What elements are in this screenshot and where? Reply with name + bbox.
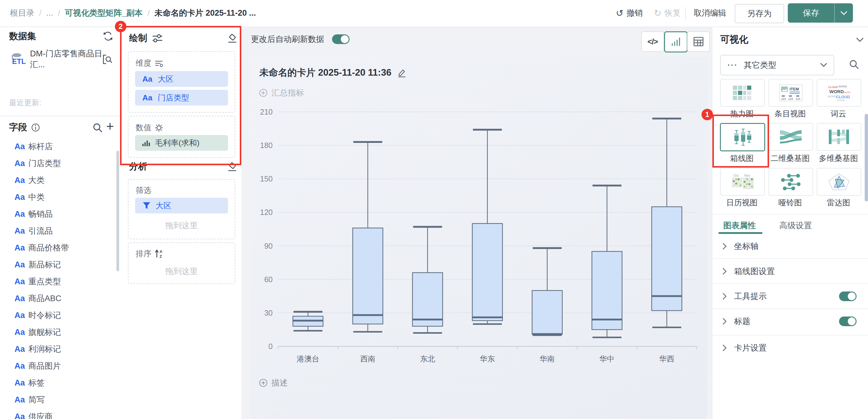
box[interactable] [412, 272, 443, 326]
field-list-item[interactable]: Aa 利润标记 [0, 341, 119, 357]
undo-button[interactable]: ↺ 撤销 [616, 7, 643, 19]
field-list-item[interactable]: Aa 旗舰标记 [0, 324, 119, 341]
section-title[interactable]: 标题 [712, 309, 868, 334]
tab-chart-properties[interactable]: 图表属性 [723, 220, 756, 231]
viz-panel-scrollbar[interactable] [865, 114, 868, 201]
cancel-edit-button[interactable]: 取消编辑 [694, 7, 726, 19]
dimension-chip[interactable]: Aa 大区 [135, 71, 228, 87]
item-view-icon: ITEM 123 123 123 [778, 84, 803, 102]
section-axes[interactable]: 坐标轴 [712, 234, 868, 259]
sidebar-scrollbar[interactable] [116, 151, 119, 271]
table-view-button[interactable] [687, 31, 710, 52]
field-list-item[interactable]: Aa 商品价格带 [0, 239, 119, 256]
box[interactable] [352, 228, 383, 324]
sort-az-icon: A Z [154, 249, 163, 259]
text-field-type-icon: Aa [14, 328, 28, 337]
breadcrumb: 根目录 / ... / 可视化类型矩阵_副本 / 未命名的卡片 2025-11-… [10, 0, 256, 26]
chart-view-button[interactable] [664, 31, 688, 53]
dimension-chip[interactable]: Aa 门店类型 [135, 90, 228, 105]
chart-type-tile-sankey-multi[interactable] [817, 123, 861, 151]
field-list-item[interactable]: Aa 简写 [0, 391, 119, 408]
text-field-type-icon: Aa [14, 294, 28, 303]
box[interactable] [592, 251, 622, 329]
canvas-area: 更改后自动刷新数据 </> 未命名 [241, 27, 712, 419]
x-axis-category-label: 东北 [420, 354, 435, 363]
undo-icon: ↺ [616, 8, 623, 19]
field-list-item[interactable]: Aa 时令标记 [0, 307, 119, 324]
box[interactable] [652, 207, 682, 311]
preview-dataset-icon[interactable] [102, 54, 114, 65]
box[interactable] [532, 291, 562, 334]
filter-chip[interactable]: 大区 [135, 198, 228, 214]
x-axis-category-label: 港澳台 [297, 354, 319, 363]
clear-analysis-eraser-icon[interactable] [227, 162, 238, 172]
measure-bars-icon [142, 139, 150, 147]
field-list-item[interactable]: Aa 商品图片 [0, 357, 119, 375]
breadcrumb-root[interactable]: 根目录 [10, 7, 34, 19]
clear-draw-eraser-icon[interactable] [227, 33, 238, 44]
filter-drop-zone[interactable]: 筛选 大区 拖到这里 [128, 179, 235, 239]
save-button[interactable]: 保存 [788, 3, 853, 23]
y-axis-tick-label: 120 [260, 208, 273, 217]
switch-dataset-icon[interactable] [102, 31, 114, 42]
breadcrumb-separator: / [148, 8, 150, 18]
save-as-button[interactable]: 另存为 [735, 4, 784, 23]
description-row[interactable]: 描述 [259, 377, 288, 388]
chart-type-tile-item-view[interactable]: ITEM 123 123 123 [769, 79, 813, 107]
box[interactable] [472, 223, 502, 320]
field-list-item[interactable]: Aa 门店类型 [0, 155, 119, 172]
title-toggle[interactable] [839, 317, 857, 326]
chart-type-tile-sankey-2d[interactable] [769, 123, 813, 151]
chart-type-label: 多维桑基图 [817, 153, 860, 164]
dimension-list-icon [154, 59, 163, 68]
svg-text:CLOUD: CLOUD [837, 99, 845, 101]
text-field-type-icon: Aa [14, 142, 28, 151]
section-boxplot-settings[interactable]: 箱线图设置 [712, 259, 868, 284]
section-tooltip[interactable]: 工具提示 [712, 284, 868, 309]
chart-type-label: 哑铃图 [769, 197, 812, 208]
add-field-icon[interactable]: + [106, 119, 114, 134]
breadcrumb-ellipsis[interactable]: ... [46, 8, 53, 18]
fields-header: 字段 [9, 121, 40, 133]
field-list-item[interactable]: Aa 商品ABC [0, 290, 119, 307]
field-list: Aa 标杆店 Aa 门店类型 Aa 大类 Aa 中类 Aa 畅销品 Aa 引流品… [0, 138, 119, 419]
breadcrumb-folder-link[interactable]: 可视化类型矩阵_副本 [65, 7, 143, 19]
field-list-item[interactable]: Aa 大类 [0, 172, 119, 189]
field-list-item[interactable]: Aa 引流品 [0, 222, 119, 239]
search-fields-icon[interactable] [92, 122, 103, 133]
chart-type-label-selected: 箱线图 [720, 153, 764, 164]
dimension-drop-zone[interactable]: 维度 Aa 大区 Aa 门店类型 [128, 51, 235, 113]
field-list-item[interactable]: Aa 重点类型 [0, 273, 119, 290]
field-list-item[interactable]: Aa 畅销品 [0, 205, 119, 222]
chart-type-label: 二维桑基图 [769, 153, 812, 164]
chart-type-tile-dumbbell[interactable] [769, 168, 813, 196]
svg-text:123: 123 [796, 97, 800, 100]
section-card-settings[interactable]: 卡片设置 [712, 335, 868, 360]
chart-type-tile-calendar[interactable]: Oct Nov [720, 168, 765, 196]
value-drop-zone[interactable]: 数值 毛利率(求和 [128, 116, 235, 158]
field-list-item[interactable]: Aa 供应商 [0, 408, 119, 419]
save-dropdown-button[interactable] [834, 3, 853, 23]
sort-drop-zone[interactable]: 排序 A Z 拖到这里 [128, 243, 235, 284]
field-list-item[interactable]: Aa 标杆店 [0, 138, 119, 155]
auto-refresh-toggle[interactable] [332, 34, 349, 44]
tooltip-toggle[interactable] [839, 291, 857, 301]
y-axis-tick-label: 180 [260, 141, 273, 150]
text-field-type-icon: Aa [14, 378, 28, 388]
other-types-icon: ··· [727, 60, 738, 70]
redo-button[interactable]: ↻ 恢复 [654, 7, 681, 19]
collapse-panel-chevron-icon[interactable] [855, 37, 864, 43]
chart-type-tile-boxplot[interactable] [720, 123, 765, 151]
dataset-item[interactable]: ETL DM-门店零售商品日汇... [8, 51, 111, 67]
measure-chip[interactable]: 毛利率(求和) [135, 135, 228, 151]
code-view-button[interactable]: </> [641, 31, 664, 52]
chart-type-tile-radar[interactable] [817, 168, 861, 196]
chart-type-tile-wordcloud[interactable]: CLOUD WORD WORD WORD WORD CLOUD CLOUD [817, 79, 861, 107]
field-list-item[interactable]: Aa 新品标记 [0, 256, 119, 273]
tab-advanced-settings[interactable]: 高级设置 [779, 220, 812, 231]
chart-type-tile-heatmap[interactable] [720, 79, 765, 107]
search-chart-type-icon[interactable] [849, 59, 860, 70]
field-list-item[interactable]: Aa 标签 [0, 375, 119, 391]
field-list-item[interactable]: Aa 中类 [0, 189, 119, 205]
chart-type-category-select[interactable]: ··· 其它类型 [720, 55, 834, 75]
